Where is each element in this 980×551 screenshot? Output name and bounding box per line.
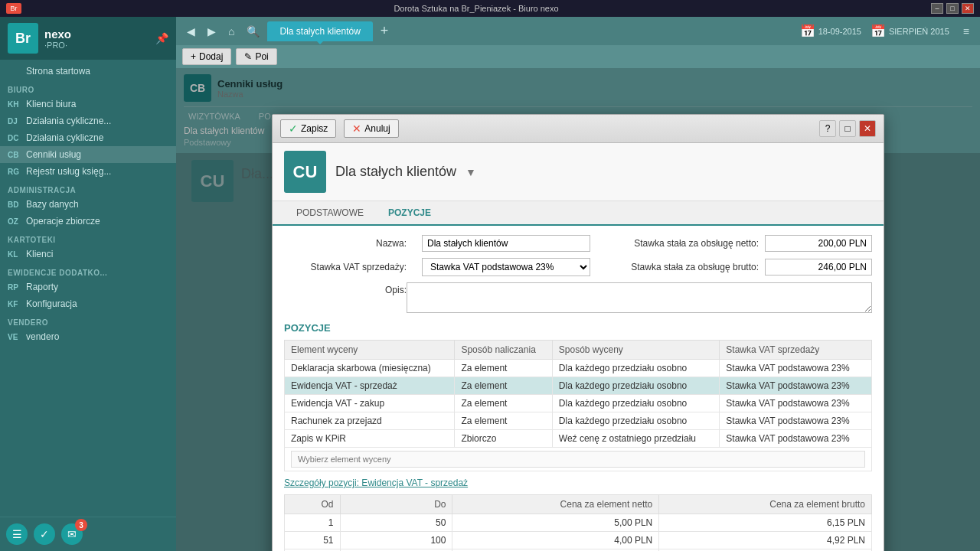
nazwa-label: Nazwa:	[284, 238, 407, 249]
cancel-button[interactable]: ✕ Anuluj	[344, 119, 398, 138]
checkmark-icon[interactable]: ✓	[34, 523, 55, 545]
table-row[interactable]: Ewidencja VAT - sprzedaż Za element Dla …	[285, 377, 872, 395]
toolbar-right: 📅 18-09-2015 📅 SIERPIEŃ 2015 ≡	[800, 22, 974, 41]
app-icon: Br	[6, 3, 21, 14]
sidebar-item-dzialania-cykliczne-1[interactable]: DJ Działania cykliczne...	[0, 112, 176, 129]
add-element-input[interactable]	[291, 451, 865, 468]
logo-box: Br	[8, 23, 38, 54]
modal-help-button[interactable]: ?	[819, 120, 836, 137]
add-button[interactable]: + Dodaj	[182, 48, 231, 65]
close-window-button[interactable]: ✕	[962, 3, 974, 14]
modal-maximize-button[interactable]: □	[839, 120, 856, 137]
cell-sposob: Za element	[455, 360, 552, 377]
table-row[interactable]: Deklaracja skarbowa (miesięczna) Za elem…	[285, 360, 872, 377]
stawka-netto-input[interactable]	[765, 235, 872, 252]
tab-pozycje[interactable]: POZYCJE	[376, 201, 443, 226]
cell-element: Rachunek za przejazd	[285, 412, 455, 430]
modal-body[interactable]: Nazwa: Stawka stała za obsługę netto: St…	[273, 226, 884, 551]
sidebar-item-konfiguracja[interactable]: KF Konfiguracja	[0, 295, 176, 312]
col-element: Element wyceny	[285, 341, 455, 360]
opis-row: Opis:	[284, 282, 872, 313]
modal-close-button[interactable]: ✕	[859, 120, 876, 137]
col-brutto: Cena za element brutto	[659, 495, 872, 514]
nazwa-row: Nazwa: Stawka stała za obsługę netto:	[284, 235, 872, 252]
cell-sposob: Za element	[455, 395, 552, 412]
sidebar-pin-icon[interactable]: 📌	[155, 32, 168, 44]
table-row[interactable]: Rachunek za przejazd Za element Dla każd…	[285, 412, 872, 430]
sidebar-section-biuro: BIURO	[0, 80, 176, 96]
minimize-button[interactable]: –	[931, 3, 943, 14]
modal-avatar: CU	[284, 151, 326, 193]
back-button[interactable]: ◀	[182, 22, 200, 41]
sidebar-item-raporty[interactable]: RP Raporty	[0, 279, 176, 295]
cell-netto: 4,00 PLN	[452, 532, 659, 549]
mail-badge: 3	[75, 519, 87, 531]
tab-podstawowe[interactable]: PODSTAWOWE	[284, 201, 376, 226]
col-netto: Cena za element netto	[452, 495, 659, 514]
cell-stawka: Stawka VAT podstawowa 23%	[720, 360, 872, 377]
search-button[interactable]: 🔍	[242, 22, 264, 41]
price-row[interactable]: 51 100 4,00 PLN 4,92 PLN	[285, 532, 872, 549]
new-tab-button[interactable]: +	[376, 20, 394, 42]
sidebar-section-administracja: ADMINISTRACJA	[0, 180, 176, 196]
cell-od: 51	[285, 532, 341, 549]
secondary-toolbar: + Dodaj ✎ Poi	[176, 45, 980, 68]
cell-stawka: Stawka VAT podstawowa 23%	[720, 395, 872, 412]
col-stawka-vat: Stawka VAT sprzedaży	[720, 341, 872, 360]
vat-row: Stawka VAT sprzedaży: Stawka VAT podstaw…	[284, 258, 872, 276]
nazwa-input[interactable]	[422, 235, 590, 252]
sidebar: Br nexo ·PRO· 📌 Strona startowa BIURO KH…	[0, 17, 176, 551]
sidebar-logo: Br nexo ·PRO· 📌	[0, 17, 176, 60]
sidebar-item-klienci-biura[interactable]: KH Klienci biura	[0, 96, 176, 112]
stawka-brutto-input[interactable]	[765, 259, 872, 276]
sidebar-item-bazy-danych[interactable]: BD Bazy danych	[0, 196, 176, 213]
vat-select[interactable]: Stawka VAT podstawowa 23%	[422, 258, 590, 276]
modal-title-dropdown-icon[interactable]: ▼	[466, 166, 476, 178]
table-row[interactable]: Ewidencja VAT - zakup Za element Dla każ…	[285, 395, 872, 412]
date-display: 📅 18-09-2015	[800, 24, 861, 38]
sidebar-bottom: ☰ ✓ ✉ 3	[0, 517, 176, 551]
home-button[interactable]: ⌂	[224, 22, 239, 41]
content-area: CB Cenniki usług Nazwa WIZYTÓWKA PO... D…	[176, 68, 980, 551]
sidebar-item-dzialania-cykliczne-2[interactable]: DC Działania cykliczne	[0, 129, 176, 146]
calendar-icon: 📅	[800, 24, 815, 38]
add-row[interactable]	[285, 448, 872, 471]
edit-button[interactable]: ✎ Poi	[236, 48, 276, 65]
title-bar: Br Dorota Sztuka na Br_Pieniazek - Biuro…	[0, 0, 980, 17]
calendar-month-icon: 📅	[871, 24, 886, 38]
active-tab-dla-stalych-klientow[interactable]: Dla stałych klientów	[267, 21, 372, 41]
main-menu-button[interactable]: ≡	[959, 22, 974, 41]
cell-sposob: Za element	[455, 412, 552, 430]
cell-wycena: Dla każdego przedziału osobno	[552, 395, 720, 412]
stawka-brutto-label: Stawka stała za obsługę brutto:	[631, 262, 759, 272]
cell-do: 100	[340, 532, 452, 549]
sidebar-item-rejestr-uslug[interactable]: RG Rejestr usług księg...	[0, 163, 176, 180]
add-row-cell[interactable]	[285, 448, 872, 471]
opis-textarea[interactable]	[407, 282, 872, 313]
modal-tabs: PODSTAWOWE POZYCJE	[273, 201, 884, 226]
pozycje-section-header: POZYCJE	[284, 322, 872, 334]
cell-wycena: Dla każdego przedziału osobno	[552, 412, 720, 430]
hamburger-menu-icon[interactable]: ☰	[6, 523, 28, 545]
table-row[interactable]: Zapis w KPiR Zbiorczo Weź cenę z ostatni…	[285, 430, 872, 448]
mail-container: ✉ 3	[61, 523, 83, 545]
maximize-button[interactable]: □	[946, 3, 959, 14]
positions-table: Element wyceny Sposób naliczania Sposób …	[284, 340, 872, 471]
col-sposob-wyceny: Sposób wyceny	[552, 341, 720, 360]
sidebar-item-vendero[interactable]: VE vendero	[0, 328, 176, 345]
cell-brutto: 6,15 PLN	[659, 514, 872, 532]
cancel-x-icon: ✕	[352, 122, 361, 135]
modal-title-text: Dla stałych klientów	[335, 164, 456, 180]
cell-sposob: Za element	[455, 377, 552, 395]
sidebar-item-klienci[interactable]: KL Klienci	[0, 246, 176, 262]
sidebar-item-cenniki-uslug[interactable]: CB Cenniki usług	[0, 146, 176, 163]
forward-button[interactable]: ▶	[203, 22, 220, 41]
sidebar-item-strona-startowa[interactable]: Strona startowa	[0, 63, 176, 80]
price-row[interactable]: 1 50 5,00 PLN 6,15 PLN	[285, 514, 872, 532]
sidebar-navigation: Strona startowa BIURO KH Klienci biura D…	[0, 60, 176, 517]
details-link[interactable]: Szczegóły pozycji: Ewidencja VAT - sprze…	[284, 478, 872, 488]
col-od: Od	[285, 495, 341, 514]
save-button[interactable]: ✓ Zapisz	[280, 119, 336, 138]
cell-do: 50	[340, 514, 452, 532]
sidebar-item-operacje-zbiorcze[interactable]: OZ Operacje zbiorcze	[0, 213, 176, 230]
